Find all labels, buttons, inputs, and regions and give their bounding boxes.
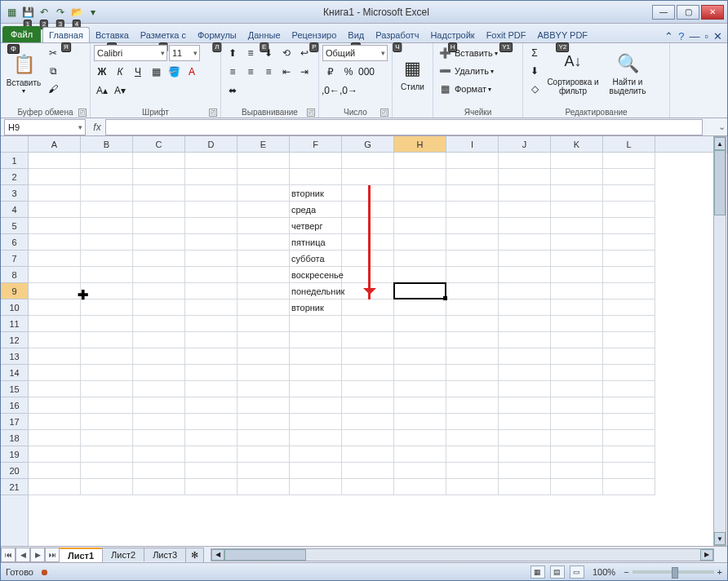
cell-J8[interactable] — [499, 267, 551, 283]
delete-cells-button[interactable]: ➖Удалить▾ — [437, 63, 494, 79]
cell-L12[interactable] — [603, 332, 655, 348]
cell-K2[interactable] — [551, 169, 603, 185]
cell-E21[interactable] — [237, 479, 290, 495]
row-header-4[interactable]: 4 — [1, 202, 28, 218]
cell-A13[interactable] — [29, 348, 81, 365]
cell-K20[interactable] — [551, 463, 603, 479]
tab-formulas[interactable]: ФормулыЛ — [192, 28, 242, 42]
sheet-nav-prev-icon[interactable]: ◀ — [16, 548, 30, 562]
cell-H11[interactable] — [394, 316, 446, 332]
row-headers[interactable]: 123456789101112131415161718192021 — [1, 153, 29, 546]
cell-K3[interactable] — [551, 185, 603, 202]
cell-A12[interactable] — [29, 332, 81, 348]
cell-E9[interactable] — [237, 283, 290, 299]
col-header-E[interactable]: E — [237, 136, 290, 152]
cell-B3[interactable] — [81, 185, 133, 202]
sort-filter-button[interactable]: A↓ Сортировка и фильтр — [544, 45, 601, 104]
cell-F15[interactable] — [290, 381, 342, 397]
qat-redo-icon[interactable]: ↷3 — [53, 5, 68, 20]
cell-J1[interactable] — [499, 153, 551, 169]
cell-B16[interactable] — [81, 397, 133, 414]
new-sheet-button[interactable]: ✻ — [185, 548, 204, 562]
cell-H18[interactable] — [394, 430, 446, 446]
cell-A17[interactable] — [29, 414, 81, 430]
cell-H5[interactable] — [394, 218, 446, 234]
cell-B19[interactable] — [81, 446, 133, 463]
formula-input[interactable] — [105, 119, 703, 135]
cell-C13[interactable] — [133, 348, 185, 365]
cell-K11[interactable] — [551, 316, 603, 332]
scroll-left-icon[interactable]: ◀ — [211, 549, 224, 561]
tab-review[interactable]: РецензироР — [286, 28, 343, 42]
cell-I20[interactable] — [446, 463, 499, 479]
cell-I12[interactable] — [446, 332, 499, 348]
cell-F17[interactable] — [290, 414, 342, 430]
cell-F21[interactable] — [290, 479, 342, 495]
cell-F9[interactable]: понедельник — [290, 283, 342, 299]
cell-F7[interactable]: суббота — [290, 251, 342, 267]
cell-J10[interactable] — [499, 299, 551, 316]
cell-I15[interactable] — [446, 381, 499, 397]
tab-data[interactable]: ДанныеЁ — [242, 28, 286, 42]
cell-B2[interactable] — [81, 169, 133, 185]
col-header-D[interactable]: D — [185, 136, 237, 152]
cell-A1[interactable] — [29, 153, 81, 169]
col-header-C[interactable]: C — [133, 136, 185, 152]
sheet-tab-1[interactable]: Лист1 — [59, 548, 103, 562]
cell-C11[interactable] — [133, 316, 185, 332]
cell-A7[interactable] — [29, 251, 81, 267]
cell-J9[interactable] — [499, 283, 551, 299]
cell-I11[interactable] — [446, 316, 499, 332]
cell-A15[interactable] — [29, 381, 81, 397]
cell-F19[interactable] — [290, 446, 342, 463]
cell-A16[interactable] — [29, 397, 81, 414]
doc-close-icon[interactable]: ✕ — [713, 30, 722, 42]
bold-button[interactable]: Ж — [94, 64, 110, 80]
tab-home[interactable]: ГлавнаяЯ — [42, 27, 90, 42]
cell-C4[interactable] — [133, 202, 185, 218]
inc-decimal-icon[interactable]: ,0← — [322, 82, 339, 99]
cell-G17[interactable] — [342, 414, 394, 430]
cell-J14[interactable] — [499, 365, 551, 381]
cell-H17[interactable] — [394, 414, 446, 430]
sheet-tab-3[interactable]: Лист3 — [144, 548, 186, 561]
cell-C14[interactable] — [133, 365, 185, 381]
qat-save-icon[interactable]: 💾1 — [20, 5, 35, 20]
cell-A18[interactable] — [29, 430, 81, 446]
hscroll-thumb[interactable] — [224, 549, 306, 561]
cell-C7[interactable] — [133, 251, 185, 267]
shrink-font-icon[interactable]: A▾ — [112, 82, 128, 99]
cell-F1[interactable] — [290, 153, 342, 169]
sheet-tab-2[interactable]: Лист2 — [102, 548, 144, 561]
vertical-scrollbar[interactable]: ▲ ▼ — [713, 136, 726, 546]
cell-L11[interactable] — [603, 316, 655, 332]
cell-A10[interactable] — [29, 299, 81, 316]
cell-A20[interactable] — [29, 463, 81, 479]
cell-F16[interactable] — [290, 397, 342, 414]
cell-F6[interactable]: пятница — [290, 234, 342, 251]
name-box[interactable]: H9 — [4, 119, 86, 135]
row-header-9[interactable]: 9 — [1, 283, 28, 299]
cell-J16[interactable] — [499, 397, 551, 414]
autosum-icon[interactable]: Σ — [526, 45, 543, 61]
col-header-B[interactable]: B — [81, 136, 133, 152]
cell-D7[interactable] — [185, 251, 237, 267]
cell-G1[interactable] — [342, 153, 394, 169]
cell-A8[interactable] — [29, 267, 81, 283]
tab-developer[interactable]: РазработчЧ — [370, 28, 424, 42]
cell-K1[interactable] — [551, 153, 603, 169]
cell-C20[interactable] — [133, 463, 185, 479]
cell-K6[interactable] — [551, 234, 603, 251]
select-all-corner[interactable] — [1, 136, 29, 153]
cell-G14[interactable] — [342, 365, 394, 381]
cell-C6[interactable] — [133, 234, 185, 251]
row-header-8[interactable]: 8 — [1, 267, 28, 283]
cell-G2[interactable] — [342, 169, 394, 185]
cell-G20[interactable] — [342, 463, 394, 479]
cell-D21[interactable] — [185, 479, 237, 495]
cell-C12[interactable] — [133, 332, 185, 348]
macro-record-icon[interactable]: ⏺ — [40, 567, 49, 577]
cell-B14[interactable] — [81, 365, 133, 381]
row-header-6[interactable]: 6 — [1, 234, 28, 251]
cell-C2[interactable] — [133, 169, 185, 185]
